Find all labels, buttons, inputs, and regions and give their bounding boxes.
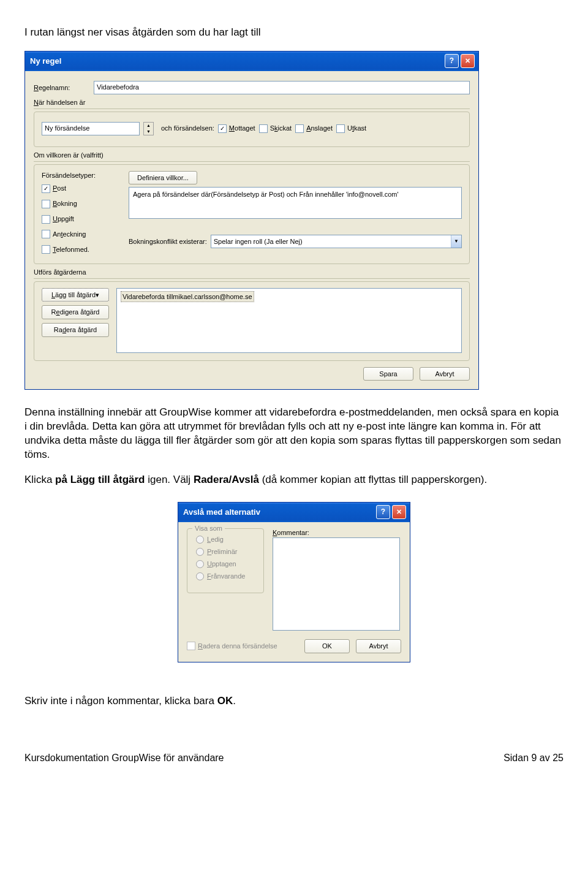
- dialog-avsla: Avslå med alternativ Visa som Ledig Prel…: [178, 502, 410, 662]
- label-franv: Frånvarande: [207, 572, 245, 581]
- titlebar[interactable]: Avslå med alternativ: [178, 503, 410, 522]
- cancel-button[interactable]: Avbryt: [420, 367, 470, 381]
- input-regelnamn[interactable]: Vidarebefodra: [94, 81, 470, 94]
- label-utkast: Utkast: [347, 124, 366, 133]
- radio-upptagen[interactable]: [196, 560, 204, 568]
- legend-visa-som: Visa som: [192, 524, 225, 533]
- label-anteckning: Anteckning: [53, 230, 86, 239]
- label-anslaget: Anslaget: [306, 124, 333, 133]
- chevron-down-icon[interactable]: ▼: [451, 235, 461, 248]
- event-spinner[interactable]: ▲▼: [143, 122, 154, 135]
- footer-right: Sidan 9 av 25: [503, 751, 564, 765]
- help-icon[interactable]: [376, 505, 390, 519]
- section-conditions-header: Om villkoren är (valfritt): [34, 151, 470, 162]
- label-telefonmed: Telefonmed.: [53, 245, 89, 254]
- label-upptagen: Upptagen: [207, 560, 236, 569]
- checkbox-utkast[interactable]: [336, 124, 345, 133]
- label-regelnamn: Regelnamn:: [34, 83, 90, 93]
- list-item[interactable]: Vidarebeforda tillmikael.carlsson@home.s…: [121, 291, 254, 303]
- close-icon[interactable]: [461, 54, 475, 68]
- checkbox-mottaget[interactable]: ✓: [218, 124, 227, 133]
- body-para-1: Denna inställning innebär att GroupWise …: [24, 406, 564, 462]
- label-uppgift: Uppgift: [53, 214, 74, 224]
- define-conditions-button[interactable]: Definiera villkor...: [129, 171, 197, 185]
- label-skickat: Skickat: [270, 124, 292, 133]
- checkbox-uppgift[interactable]: [42, 215, 50, 224]
- label-mottaget: Mottaget: [229, 124, 255, 133]
- radio-ledig[interactable]: [196, 536, 204, 544]
- label-kommentar: Kommentar:: [273, 528, 400, 537]
- combo-konflikt[interactable]: Spelar ingen roll (Ja eller Nej) ▼: [211, 235, 462, 248]
- label-ledig: Ledig: [207, 535, 224, 544]
- label-radera: Radera denna försändelse: [198, 642, 277, 651]
- label-konflikt: Bokningskonflikt existerar:: [129, 237, 207, 246]
- close-icon[interactable]: [392, 505, 406, 519]
- body-para-2: Klicka på Lägg till åtgärd igen. Välj Ra…: [24, 473, 564, 487]
- dialog-title: Ny regel: [30, 56, 443, 67]
- label-ochfors: och försändelsen:: [161, 124, 214, 133]
- dialog-title: Avslå med alternativ: [183, 507, 374, 518]
- intro-text: I rutan längst ner visas åtgärden som du…: [24, 26, 564, 40]
- checkbox-bokning[interactable]: [42, 200, 50, 208]
- label-prelim: Preliminär: [207, 547, 238, 556]
- checkbox-anslaget[interactable]: [295, 124, 304, 133]
- help-icon[interactable]: [445, 54, 459, 68]
- checkbox-anteckning[interactable]: [42, 230, 50, 238]
- checkbox-radera[interactable]: [187, 642, 195, 650]
- label-forstyper: Försändelsetyper:: [42, 171, 121, 180]
- section-actions-header: Utförs åtgärderna: [34, 268, 470, 279]
- label-bokning: Bokning: [53, 199, 77, 208]
- section-when-header: När händelsen är: [34, 98, 470, 109]
- dialog-ny-regel: Ny regel Regelnamn: Vidarebefodra När hä…: [24, 51, 479, 390]
- body-para-3: Skriv inte i någon kommentar, klicka bar…: [24, 694, 564, 708]
- checkbox-post[interactable]: ✓: [42, 184, 50, 193]
- radio-franv[interactable]: [196, 572, 204, 580]
- checkbox-skickat[interactable]: [259, 124, 268, 133]
- add-action-button[interactable]: Lägg till åtgärd▾: [42, 288, 109, 302]
- radio-prelim[interactable]: [196, 548, 204, 556]
- edit-action-button[interactable]: Redigera åtgärd: [42, 305, 109, 319]
- conditions-text[interactable]: Agera på försändelser där(Försändelsetyp…: [129, 187, 462, 219]
- input-kommentar[interactable]: [273, 537, 400, 631]
- checkbox-telefonmed[interactable]: [42, 245, 50, 254]
- combo-event[interactable]: Ny försändelse: [42, 122, 140, 135]
- titlebar[interactable]: Ny regel: [25, 51, 478, 71]
- ok-button[interactable]: OK: [304, 639, 350, 653]
- combo-konflikt-value: Spelar ingen roll (Ja eller Nej): [211, 237, 451, 246]
- cancel-button[interactable]: Avbryt: [356, 639, 401, 653]
- footer-left: Kursdokumentation GroupWise för användar…: [24, 751, 224, 765]
- label-post: Post: [53, 184, 66, 193]
- save-button[interactable]: Spara: [363, 367, 413, 381]
- actions-list[interactable]: Vidarebeforda tillmikael.carlsson@home.s…: [116, 288, 462, 353]
- delete-action-button[interactable]: Radera åtgärd: [42, 323, 109, 337]
